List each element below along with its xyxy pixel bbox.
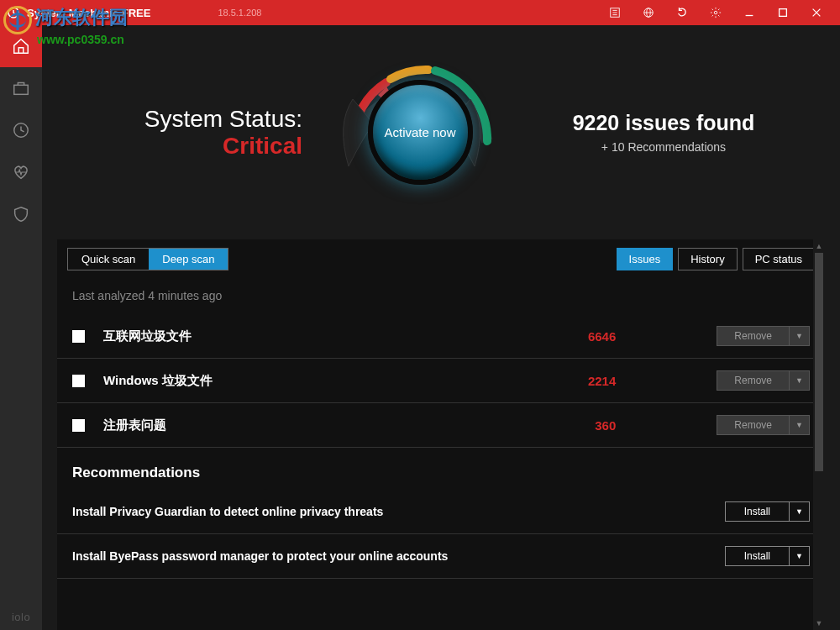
dropdown-icon[interactable]: ▼ [790,546,810,566]
remove-button[interactable]: Remove [717,415,790,435]
issue-count: 6646 [549,329,616,344]
content: Quick scan Deep scan Issues History PC s… [57,239,825,630]
recommendation-action: Install ▼ [725,501,810,522]
close-button[interactable] [800,0,833,25]
recommendations-count: + 10 Recommendations [538,140,790,154]
tab-pc-status[interactable]: PC status [743,248,815,270]
dropdown-icon[interactable]: ▼ [790,415,810,435]
svg-point-8 [714,11,717,14]
button-row: Quick scan Deep scan Issues History PC s… [57,248,825,279]
issue-checkbox[interactable] [72,375,85,387]
issues-list: 互联网垃圾文件 6646 Remove ▼ Windows 垃圾文件 2214 … [57,314,825,448]
scrollbar[interactable]: ▲ ▼ [813,239,825,630]
recommendations-header: Recommendations [57,448,825,490]
quick-scan-button[interactable]: Quick scan [68,249,149,270]
status-value: Critical [92,133,302,160]
notes-icon[interactable] [598,0,632,25]
scan-toggle: Quick scan Deep scan [67,248,228,270]
dropdown-icon[interactable]: ▼ [790,326,810,346]
status-gauge: Activate now [328,40,512,225]
status-label: System Status: [92,106,302,133]
issue-action: Remove ▼ [717,415,810,435]
recommendation-row: Install ByePass password manager to prot… [57,534,825,579]
issue-row: Windows 垃圾文件 2214 Remove ▼ [57,359,825,403]
dropdown-icon[interactable]: ▼ [790,370,810,391]
scroll-up-icon[interactable]: ▲ [813,239,825,253]
hero: System Status: Critical Activate now 922… [42,25,840,239]
globe-icon[interactable] [632,0,665,25]
svg-rect-13 [14,85,29,94]
app-version: 18.5.1.208 [218,8,261,18]
sidebar-home[interactable] [0,25,42,67]
app-title: System Mechanic FREE [27,7,150,19]
issues-count: 9220 issues found [538,111,790,135]
issue-checkbox[interactable] [72,330,85,343]
issue-count: 2214 [549,374,616,388]
titlebar: System Mechanic FREE 18.5.1.208 [0,0,840,25]
recommendation-text: Install Privacy Guardian to detect onlin… [72,505,383,518]
issue-name: Windows 垃圾文件 [103,373,213,389]
issue-action: Remove ▼ [717,370,810,391]
sidebar-history[interactable] [0,109,42,151]
last-analyzed: Last analyzed 4 minutes ago [57,279,825,314]
tab-issues[interactable]: Issues [617,248,674,270]
recommendation-action: Install ▼ [725,546,810,566]
install-button[interactable]: Install [725,501,790,522]
issue-checkbox[interactable] [72,419,85,432]
issues-summary: 9220 issues found + 10 Recommendations [538,111,790,154]
recommendation-text: Install ByePass password manager to prot… [72,549,448,563]
brand-logo: iolo [12,611,30,623]
sidebar-shield[interactable] [0,193,42,235]
activate-button[interactable]: Activate now [368,80,473,185]
maximize-button[interactable] [766,0,800,25]
scroll-down-icon[interactable]: ▼ [813,617,825,630]
remove-button[interactable]: Remove [717,326,790,346]
issue-count: 360 [549,418,616,433]
issue-name: 互联网垃圾文件 [103,328,192,344]
undo-icon[interactable] [665,0,699,25]
deep-scan-button[interactable]: Deep scan [149,249,228,270]
tab-history[interactable]: History [678,248,737,270]
status-block: System Status: Critical [92,106,302,160]
issue-action: Remove ▼ [717,326,810,346]
issue-row: 注册表问题 360 Remove ▼ [57,403,825,448]
view-toggle: Issues History PC status [617,248,815,270]
app-icon [7,6,20,19]
dropdown-icon[interactable]: ▼ [790,501,810,522]
sidebar: iolo [0,25,42,630]
recommendation-row: Install Privacy Guardian to detect onlin… [57,490,825,534]
scroll-thumb[interactable] [815,253,823,471]
remove-button[interactable]: Remove [717,370,790,391]
settings-icon[interactable] [699,0,732,25]
issue-row: 互联网垃圾文件 6646 Remove ▼ [57,314,825,359]
svg-rect-10 [780,9,787,17]
main: System Status: Critical Activate now 922… [42,25,840,630]
scroll-track[interactable] [813,253,825,617]
install-button[interactable]: Install [725,546,790,566]
issue-name: 注册表问题 [103,417,166,433]
sidebar-health[interactable] [0,151,42,193]
minimize-button[interactable] [732,0,766,25]
sidebar-toolbox[interactable] [0,67,42,109]
